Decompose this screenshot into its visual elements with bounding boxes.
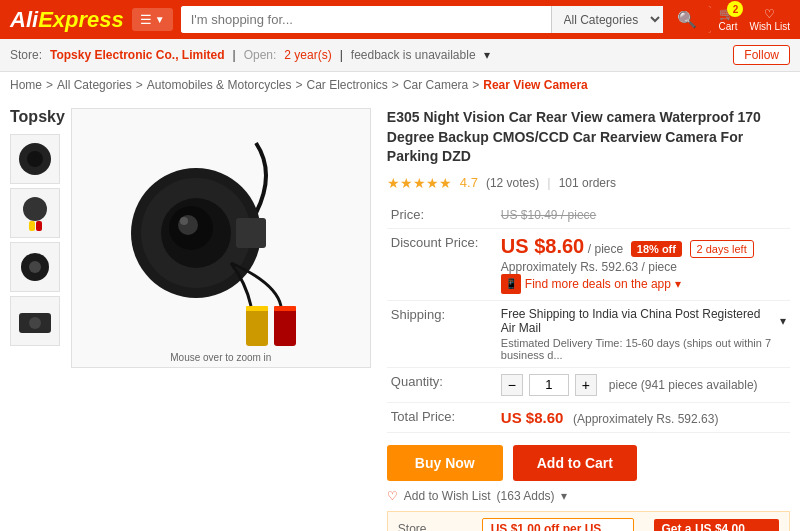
pipe-separator: |: [233, 48, 236, 62]
svg-point-13: [178, 215, 198, 235]
rating-row: ★★★★★ 4.7 (12 votes) | 101 orders: [387, 175, 790, 191]
search-bar: All Categories 🔍: [181, 6, 711, 33]
breadcrumb-home[interactable]: Home: [10, 78, 42, 92]
votes[interactable]: (12 votes): [486, 176, 539, 190]
app-icon: 📱: [501, 274, 521, 294]
feedback-link[interactable]: feedback is unavailable: [351, 48, 476, 62]
svg-point-14: [180, 217, 188, 225]
thumb-3[interactable]: [10, 242, 60, 292]
price-label: Price:: [387, 201, 497, 229]
brand-logo: Topsky: [10, 108, 65, 126]
store-label: Store:: [10, 48, 42, 62]
open-label: Open:: [244, 48, 277, 62]
header-icons: 🛒 2 Cart ♡ Wish List: [719, 7, 790, 32]
wishlist-label: Wish List: [749, 21, 790, 32]
thumbnail-list: Topsky: [10, 108, 65, 531]
shipping-method[interactable]: Free Shipping to India via China Post Re…: [501, 307, 786, 335]
breadcrumb-car-electronics[interactable]: Car Electronics: [307, 78, 388, 92]
heart-icon: ♡: [387, 489, 398, 503]
promo-bar: Store Promotion: US $1.00 off per US $19…: [387, 511, 790, 531]
product-details: E305 Night Vision Car Rear View camera W…: [387, 108, 790, 531]
thumb-1[interactable]: [10, 134, 60, 184]
quantity-available: piece (941 pieces available): [609, 378, 758, 392]
buy-now-button[interactable]: Buy Now: [387, 445, 503, 481]
discount-badge: 18% off: [631, 241, 682, 257]
quantity-input[interactable]: [529, 374, 569, 396]
action-buttons: Buy Now Add to Cart: [387, 445, 790, 481]
rating-score: 4.7: [460, 175, 478, 190]
svg-point-8: [29, 317, 41, 329]
breadcrumb-current: Rear View Camera: [483, 78, 588, 92]
app-deal[interactable]: 📱 Find more deals on the app ▾: [501, 274, 786, 294]
star-rating: ★★★★★: [387, 175, 452, 191]
svg-rect-18: [274, 308, 296, 346]
thumb-4[interactable]: [10, 296, 60, 346]
svg-rect-4: [36, 221, 42, 231]
promo-deal[interactable]: US $1.00 off per US $19.00 ↓: [482, 518, 635, 531]
promo-label: Store Promotion:: [398, 522, 474, 531]
quantity-increase[interactable]: +: [575, 374, 597, 396]
search-button[interactable]: 🔍: [663, 6, 711, 33]
store-bar: Store: Topsky Electronic Co., Limited | …: [0, 39, 800, 72]
pipe-separator2: |: [340, 48, 343, 62]
svg-rect-16: [246, 308, 268, 346]
wishlist-label: Add to Wish List: [404, 489, 491, 503]
thumb-2[interactable]: [10, 188, 60, 238]
zoom-hint: Mouse over to zoom in: [170, 352, 271, 363]
shipping-detail: Estimated Delivery Time: 15-60 days (shi…: [501, 337, 786, 361]
shipping-label: Shipping:: [387, 300, 497, 367]
price-table: Price: US $10.49 / piece Discount Price:…: [387, 201, 790, 433]
svg-point-2: [23, 197, 47, 221]
price-unit: / piece: [588, 242, 623, 256]
total-approx: (Approximately Rs. 592.63): [573, 412, 718, 426]
store-name[interactable]: Topsky Electronic Co., Limited: [50, 48, 224, 62]
quantity-control: − + piece (941 pieces available): [501, 374, 786, 396]
svg-point-1: [27, 151, 43, 167]
main-product-image[interactable]: Mouse over to zoom in: [71, 108, 371, 368]
wishlist-icon[interactable]: ♡ Wish List: [749, 7, 790, 32]
rupee-price: Approximately Rs. 592.63 / piece: [501, 260, 786, 274]
search-input[interactable]: [181, 6, 551, 33]
dropdown-arrow: ▾: [484, 48, 490, 62]
follow-button[interactable]: Follow: [733, 45, 790, 65]
total-label: Total Price:: [387, 402, 497, 432]
main-content: Topsky: [0, 98, 800, 531]
days-left: 2 days left: [690, 240, 754, 258]
quantity-decrease[interactable]: −: [501, 374, 523, 396]
breadcrumb-all-categories[interactable]: All Categories: [57, 78, 132, 92]
wishlist-row[interactable]: ♡ Add to Wish List (163 Adds) ▾: [387, 489, 790, 503]
wishlist-adds: (163 Adds): [497, 489, 555, 503]
quantity-label: Quantity:: [387, 367, 497, 402]
cart-label: Cart: [719, 21, 738, 32]
original-price: US $10.49 / piece: [501, 208, 596, 222]
svg-point-6: [29, 261, 41, 273]
discount-label: Discount Price:: [387, 228, 497, 300]
promo-coupon[interactable]: Get a US $4.00 coupon: [654, 519, 779, 531]
breadcrumb-automobiles[interactable]: Automobiles & Motorcycles: [147, 78, 292, 92]
menu-button[interactable]: ☰ ▼: [132, 8, 173, 31]
category-select[interactable]: All Categories: [551, 6, 663, 33]
svg-rect-15: [236, 218, 266, 248]
svg-rect-19: [274, 306, 296, 311]
total-price: US $8.60: [501, 409, 564, 426]
wishlist-dropdown[interactable]: ▾: [561, 489, 567, 503]
orders: 101 orders: [559, 176, 616, 190]
cart-badge: 2: [727, 1, 743, 17]
add-to-cart-button[interactable]: Add to Cart: [513, 445, 637, 481]
header: AliExpress ☰ ▼ All Categories 🔍 🛒 2 Cart…: [0, 0, 800, 39]
svg-rect-3: [29, 221, 35, 231]
product-gallery: Topsky: [10, 108, 371, 531]
product-title: E305 Night Vision Car Rear View camera W…: [387, 108, 790, 167]
open-years: 2 year(s): [284, 48, 331, 62]
site-logo: AliExpress: [10, 7, 124, 33]
discount-price: US $8.60: [501, 235, 584, 257]
breadcrumb-car-camera[interactable]: Car Camera: [403, 78, 468, 92]
svg-rect-17: [246, 306, 268, 311]
breadcrumb: Home > All Categories > Automobiles & Mo…: [0, 72, 800, 98]
cart-icon[interactable]: 🛒 2 Cart: [719, 7, 738, 32]
